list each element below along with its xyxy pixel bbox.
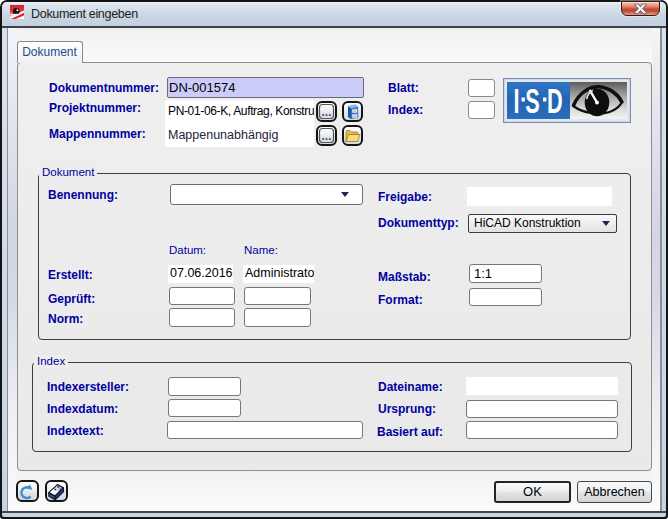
svg-text:I: I: [514, 82, 520, 120]
svg-text:S: S: [525, 82, 539, 120]
svg-text:D: D: [547, 82, 563, 120]
